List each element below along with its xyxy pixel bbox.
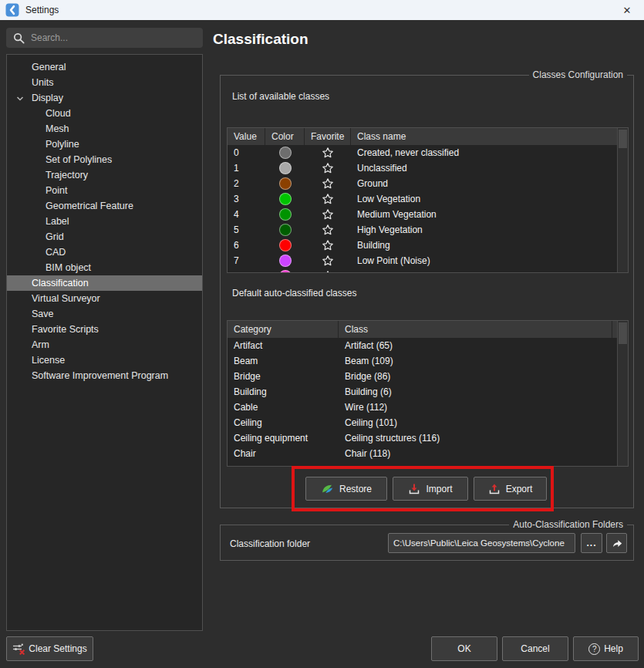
scrollbar-thumb[interactable] <box>619 130 627 148</box>
help-button[interactable]: ? Help <box>573 636 639 661</box>
sidebar-item-mesh[interactable]: Mesh <box>7 121 202 137</box>
color-swatch <box>279 177 292 190</box>
favorite-star-icon[interactable] <box>305 162 351 174</box>
class-row[interactable]: 1Unclassified <box>228 160 617 176</box>
class-cell: Building (6) <box>339 386 617 397</box>
cancel-button[interactable]: Cancel <box>502 636 568 661</box>
class-color-cell <box>265 162 305 174</box>
class-row[interactable]: 4Medium Vegetation <box>228 207 617 222</box>
color-swatch <box>279 239 292 251</box>
class-row[interactable] <box>228 268 617 272</box>
sidebar-item-virtual-surveyor[interactable]: Virtual Surveyor <box>7 291 202 306</box>
sidebar-item-display[interactable]: Display <box>7 90 202 106</box>
import-label: Import <box>426 484 452 494</box>
auto-class-row[interactable]: ArtifactArtifact (65) <box>228 338 617 353</box>
restore-button[interactable]: Restore <box>305 477 387 501</box>
class-row[interactable]: 2Ground <box>228 176 617 191</box>
sidebar-item-general[interactable]: General <box>7 59 202 75</box>
favorite-star-icon[interactable] <box>305 177 351 190</box>
sidebar-item-arm[interactable]: Arm <box>7 337 202 353</box>
sidebar-item-trajectory[interactable]: Trajectory <box>7 167 202 183</box>
auto-class-row[interactable]: CeilingCeiling (101) <box>228 415 617 430</box>
open-folder-button[interactable] <box>606 533 627 553</box>
class-color-cell <box>265 239 305 251</box>
classes-table-scrollbar[interactable] <box>617 128 628 272</box>
auto-table-header: Category Class <box>228 321 628 338</box>
clear-settings-button[interactable]: Clear Settings <box>6 636 93 661</box>
auto-class-row[interactable]: BridgeBridge (86) <box>228 369 617 384</box>
favorite-star-icon[interactable] <box>305 193 351 205</box>
sidebar-item-bim-object[interactable]: BIM object <box>7 260 202 275</box>
close-icon[interactable]: ✕ <box>618 0 636 20</box>
search-box[interactable] <box>6 28 203 48</box>
settings-nav-panel: GeneralUnitsDisplayCloudMeshPolylineSet … <box>6 54 203 631</box>
window-title: Settings <box>25 5 59 15</box>
auto-classified-table[interactable]: Category Class ArtifactArtifact (65)Beam… <box>227 320 629 467</box>
class-cell: Ceiling (101) <box>339 417 617 428</box>
auto-class-row[interactable]: BeamBeam (109) <box>228 353 617 369</box>
sidebar-item-label: Save <box>32 309 54 319</box>
sidebar-item-geometrical-feature[interactable]: Geometrical Feature <box>7 198 202 214</box>
sidebar-item-cad[interactable]: CAD <box>7 245 202 260</box>
classification-folder-input[interactable] <box>388 533 575 553</box>
sidebar-item-cloud[interactable]: Cloud <box>7 106 202 121</box>
auto-class-row[interactable]: Ceiling equipmentCeiling structures (116… <box>228 430 617 446</box>
sidebar-item-grid[interactable]: Grid <box>7 229 202 245</box>
favorite-star-icon[interactable] <box>305 270 351 272</box>
restore-label: Restore <box>339 484 372 494</box>
scrollbar-thumb[interactable] <box>619 322 627 344</box>
sidebar-item-label: Set of Polylines <box>46 154 112 165</box>
sidebar-item-favorite-scripts[interactable]: Favorite Scripts <box>7 322 202 337</box>
class-color-cell <box>265 193 305 205</box>
search-icon <box>13 32 25 44</box>
sidebar-item-save[interactable]: Save <box>7 306 202 322</box>
favorite-star-icon[interactable] <box>305 224 351 236</box>
class-name-cell: Created, never classified <box>351 147 617 158</box>
auto-table-scrollbar[interactable] <box>617 321 628 466</box>
export-button[interactable]: Export <box>474 477 547 501</box>
sidebar-item-set-of-polylines[interactable]: Set of Polylines <box>7 152 202 167</box>
class-color-cell <box>265 177 305 190</box>
available-classes-table[interactable]: Value Color Favorite Class name 0Created… <box>227 127 629 273</box>
clear-settings-icon <box>12 643 25 655</box>
search-input[interactable] <box>31 32 203 43</box>
category-cell: Ceiling <box>228 417 339 428</box>
sidebar-item-point[interactable]: Point <box>7 183 202 198</box>
class-value-cell: 2 <box>228 178 265 189</box>
auto-class-row[interactable]: BuildingBuilding (6) <box>228 384 617 400</box>
favorite-star-icon[interactable] <box>305 255 351 267</box>
ok-button[interactable]: OK <box>431 636 497 661</box>
color-swatch <box>279 224 292 236</box>
class-row[interactable]: 6Building <box>228 238 617 253</box>
clear-settings-label: Clear Settings <box>29 643 86 654</box>
category-cell: Beam <box>228 356 339 366</box>
class-row[interactable]: 5High Vegetation <box>228 222 617 238</box>
class-value-cell: 0 <box>228 147 265 158</box>
class-row[interactable]: 0Created, never classified <box>228 145 617 160</box>
category-cell: Artifact <box>228 340 339 351</box>
sidebar-item-label[interactable]: Label <box>7 214 202 229</box>
favorite-star-icon[interactable] <box>305 239 351 251</box>
favorite-star-icon[interactable] <box>305 147 351 159</box>
class-row[interactable]: 3Low Vegetation <box>228 191 617 207</box>
sidebar-item-polyline[interactable]: Polyline <box>7 137 202 152</box>
browse-button[interactable]: ... <box>581 533 602 553</box>
class-row[interactable]: 7Low Point (Noise) <box>228 253 617 268</box>
import-icon <box>408 483 420 495</box>
class-cell: Wire (112) <box>339 402 617 413</box>
sidebar-item-license[interactable]: License <box>7 353 202 368</box>
import-button[interactable]: Import <box>393 477 468 501</box>
color-swatch <box>279 147 292 159</box>
sidebar-item-units[interactable]: Units <box>7 75 202 90</box>
sidebar-item-label: License <box>32 355 65 366</box>
header-favorite: Favorite <box>305 128 351 145</box>
auto-table-body: ArtifactArtifact (65)BeamBeam (109)Bridg… <box>228 338 617 466</box>
sidebar-item-label: Units <box>32 77 53 88</box>
favorite-star-icon[interactable] <box>305 208 351 221</box>
auto-class-row[interactable]: CableWire (112) <box>228 400 617 415</box>
sidebar-item-software-improvement-program[interactable]: Software Improvement Program <box>7 368 202 383</box>
class-name-cell: Low Point (Noise) <box>351 255 617 266</box>
auto-class-row[interactable]: ChairChair (118) <box>228 446 617 461</box>
forward-arrow-icon <box>611 537 623 549</box>
sidebar-item-classification[interactable]: Classification <box>7 275 202 291</box>
